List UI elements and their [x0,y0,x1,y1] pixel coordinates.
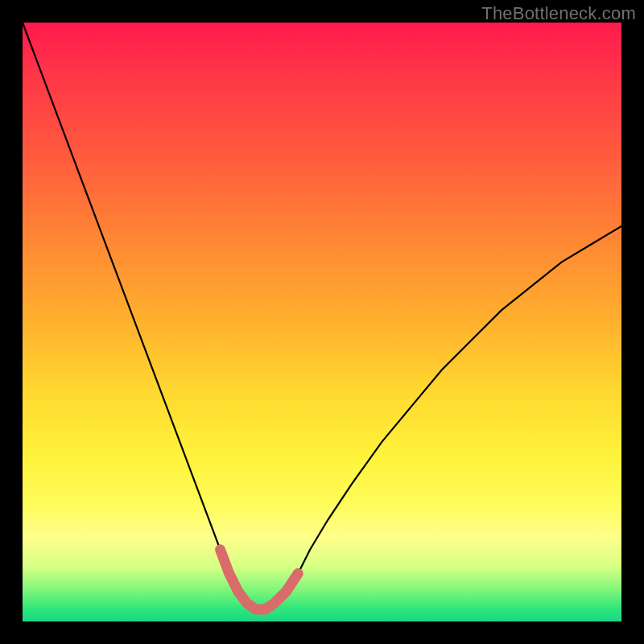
watermark-text: TheBottleneck.com [481,3,636,24]
curve-path-highlight [221,550,299,609]
chart-frame: TheBottleneck.com [0,0,644,644]
chart-plot-area [23,23,621,621]
bottleneck-curve [23,23,621,621]
curve-path-main [23,23,621,609]
